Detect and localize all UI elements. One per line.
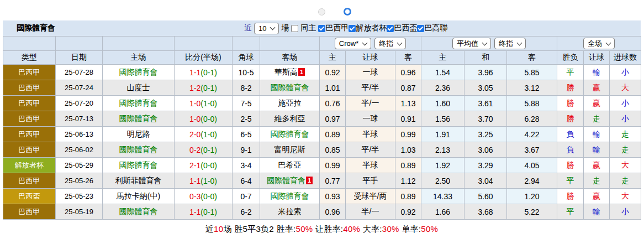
avg-home-cell: 2.36 xyxy=(421,80,464,96)
home-team-cell: 國際體育會 xyxy=(103,96,175,111)
result-goals-cell: 大 xyxy=(610,189,641,204)
col-header-odds-home: 主 xyxy=(320,51,346,65)
handicap-cell: 半/一 xyxy=(346,204,395,220)
result-handicap-cell: 輸 xyxy=(584,127,610,142)
result-goals-cell: 小 xyxy=(610,65,641,80)
avg-home-cell: 1.91 xyxy=(421,127,464,142)
bookmaker-stage-select[interactable]: 终指 xyxy=(374,38,406,49)
col-header-corners: 角球 xyxy=(233,51,260,65)
result-handicap-cell: 走 xyxy=(584,173,610,189)
layout-radio[interactable] xyxy=(318,8,325,15)
home-team-cell: 馬拉卡納(中) xyxy=(103,189,175,204)
corners-cell: 8-2 xyxy=(233,80,260,96)
chevron-down-icon xyxy=(270,25,276,30)
team-name: 國際體育會 xyxy=(119,114,158,123)
score-cell: 1-2(0-1) xyxy=(175,80,233,96)
corners-cell: 6-2 xyxy=(233,204,260,220)
home-team-cell: 國際體育會 xyxy=(103,204,175,220)
league-checkbox[interactable] xyxy=(318,25,325,32)
average-stage-select[interactable]: 终指 xyxy=(494,38,526,49)
league-checkbox[interactable] xyxy=(349,25,356,32)
date-cell: 25-06-02 xyxy=(56,142,103,158)
section-header: 近期戰績 豎版橫版 xyxy=(3,4,641,20)
result-handicap-cell: 輸 xyxy=(584,65,610,80)
summary-part: 场 胜5平3负2 胜率: xyxy=(223,224,295,233)
league-checkbox[interactable] xyxy=(417,25,424,32)
bookmaker-select-group: Crow* 终指 xyxy=(320,37,421,51)
away-team-cell: 國際體育會1 xyxy=(260,173,320,189)
avg-home-cell: 1.60 xyxy=(421,96,464,111)
layout-radio-label: 豎版 xyxy=(328,7,344,17)
date-cell: 25-07-24 xyxy=(56,80,103,96)
top-gap xyxy=(3,0,641,4)
team-name: 國際體育會 xyxy=(267,176,305,185)
handicap-cell: 受球半/两 xyxy=(346,189,395,204)
away-odds-cell: 0.89 xyxy=(395,189,421,204)
result-goals-cell: 走 xyxy=(610,173,641,189)
home-team-cell: 國際體育會 xyxy=(103,65,175,80)
team-name: 施亞拉 xyxy=(278,99,302,107)
column-header-row: 类型 日期 主场 比分(半场) 角球 客场 主 让球 客 主 和 客 胜负 让球… xyxy=(3,51,641,65)
col-header-avg-draw: 和 xyxy=(464,51,507,65)
col-header-date: 日期 xyxy=(56,51,103,65)
date-cell: 25-05-26 xyxy=(56,173,103,189)
league-type-cell: 解放者杯 xyxy=(3,158,56,173)
layout-radio[interactable] xyxy=(344,8,351,15)
result-wdl-cell: 勝 xyxy=(557,96,584,111)
team-name: 富明尼斯 xyxy=(275,145,305,154)
league-checkbox[interactable] xyxy=(387,25,394,32)
team-name: 國際體育會 xyxy=(119,160,158,169)
table-row: 巴西甲25-07-28國際體育會1-1(0-1)10-5華斯高10.92一球0.… xyxy=(3,65,641,80)
table-row: 巴西甲25-06-02國際體育會0-2(0-1)9-1富明尼斯0.85平/半1.… xyxy=(3,142,641,158)
avg-draw-cell: 3.70 xyxy=(464,111,507,127)
away-team-cell: 國際體育會 xyxy=(260,127,320,142)
fullmatch-select[interactable]: 全场 xyxy=(583,38,615,49)
filter-controls: 近 10 場 同主 巴西甲解放者杯巴西盃巴高聯 xyxy=(244,22,447,35)
away-odds-cell: 0.92 xyxy=(395,204,421,220)
away-odds-cell: 0.89 xyxy=(395,158,421,173)
team-name: 國際體育會 xyxy=(119,99,158,107)
home-odds-cell: 0.99 xyxy=(320,158,346,173)
summary-part: 10 xyxy=(214,224,223,233)
table-row: 巴西甲25-07-13國際體育會1-0(0-0)2-5維多利亞0.97一球0.9… xyxy=(3,111,641,127)
result-handicap-cell: 走 xyxy=(584,111,610,127)
same-home-checkbox[interactable] xyxy=(291,25,298,32)
home-odds-cell: 0.97 xyxy=(320,111,346,127)
table-row: 巴西甲25-05-26利斯菲體育會1-1(1-0)6-4國際體育會10.77平手… xyxy=(3,173,641,189)
score-cell: 0-3(0-0) xyxy=(175,189,233,204)
recent-count-select[interactable]: 10 xyxy=(254,23,279,34)
team-name: 國際體育會 xyxy=(119,145,158,154)
summary-part: 50% xyxy=(296,224,313,233)
corners-cell: 9-1 xyxy=(233,142,260,158)
date-cell: 25-05-23 xyxy=(56,189,103,204)
chevron-down-icon xyxy=(362,40,368,45)
rank-badge: 1 xyxy=(298,68,305,76)
away-team-cell: 華斯高1 xyxy=(260,65,320,80)
col-header-type: 类型 xyxy=(3,51,56,65)
result-goals-cell: 大 xyxy=(610,80,641,96)
avg-draw-cell: 3.96 xyxy=(464,65,507,80)
avg-away-cell: 2.94 xyxy=(507,173,557,189)
handicap-cell: 平/半 xyxy=(346,80,395,96)
corners-cell: 6-5 xyxy=(233,127,260,142)
away-team-cell: 國際體育會 xyxy=(260,80,320,96)
corners-cell: 3-4 xyxy=(233,158,260,173)
result-handicap-cell: 赢 xyxy=(584,158,610,173)
col-header-avg-home: 主 xyxy=(421,51,464,65)
col-header-away: 客场 xyxy=(260,51,320,65)
home-team-cell: 明尼路 xyxy=(103,127,175,142)
corners-cell: 6-4 xyxy=(233,173,260,189)
date-cell: 25-05-19 xyxy=(56,204,103,220)
avg-away-cell: 3.12 xyxy=(507,80,557,96)
home-team-cell: 國際體育會 xyxy=(103,158,175,173)
avg-away-cell: 3.67 xyxy=(507,142,557,158)
handicap-cell: 半/一 xyxy=(346,96,395,111)
bookmaker-select[interactable]: Crow* xyxy=(335,38,371,49)
team-name: 馬拉卡納(中) xyxy=(117,191,160,200)
average-select-value: 平均值 xyxy=(457,39,478,48)
date-cell: 25-06-13 xyxy=(56,127,103,142)
avg-away-cell: 6.28 xyxy=(507,111,557,127)
average-select[interactable]: 平均值 xyxy=(452,38,491,49)
league-type-cell: 巴西甲 xyxy=(3,204,56,220)
bookmaker-select-value: Crow* xyxy=(339,39,358,48)
